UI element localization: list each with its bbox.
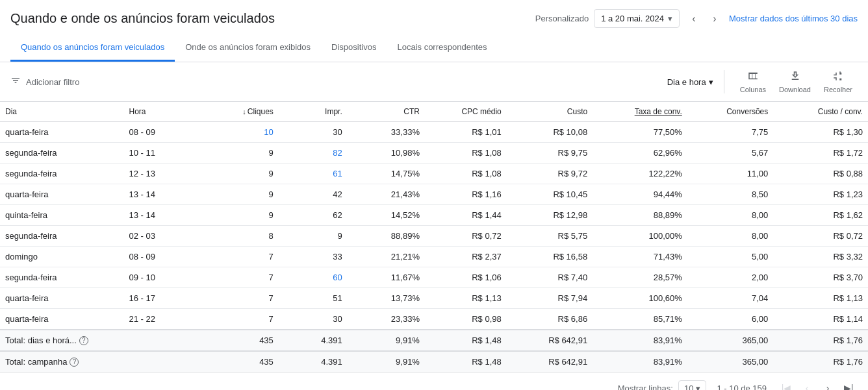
cell-cpc-medio: R$ 1,13	[425, 288, 507, 309]
cell-cpc-medio: R$ 1,44	[425, 205, 507, 226]
date-range-label: 1 a 20 mai. 2024	[601, 14, 664, 23]
tab-locais[interactable]: Locais correspondentes	[387, 34, 497, 62]
prev-page-button[interactable]: ‹	[798, 379, 816, 390]
cell-cpc-medio: R$ 1,16	[425, 184, 507, 205]
dia-hora-button[interactable]: Dia e hora ▾	[667, 77, 713, 87]
tab-onde[interactable]: Onde os anúncios foram exibidos	[175, 34, 321, 62]
cell-ctr: 33,33%	[348, 122, 425, 143]
cell-hora: 02 - 03	[123, 226, 201, 247]
cell-impr: 9	[279, 226, 348, 247]
toolbar-divider	[724, 70, 724, 93]
download-button[interactable]: Download	[774, 67, 816, 96]
cell-impr: 60	[279, 267, 348, 288]
cell-hora: 09 - 10	[123, 267, 201, 288]
date-picker[interactable]: 1 a 20 mai. 2024 ▾	[594, 9, 680, 28]
cell-cpc-medio: R$ 1,06	[425, 267, 507, 288]
mostrar-linhas-section: Mostrar linhas: 10 ▾	[618, 380, 707, 391]
chevron-down-icon: ▾	[668, 14, 672, 23]
tab-dispositivos[interactable]: Dispositivos	[321, 34, 387, 62]
add-filter-label[interactable]: Adicionar filtro	[26, 77, 79, 87]
cell-custo-conv: R$ 0,88	[773, 164, 868, 184]
personalizado-label: Personalizado	[535, 14, 589, 23]
prev-date-button[interactable]: ‹	[685, 10, 703, 28]
col-header-custo[interactable]: Custo	[507, 102, 593, 122]
total-ctr: 9,91%	[348, 351, 425, 372]
total-taxa-conv: 83,91%	[593, 351, 687, 372]
cell-dia: segunda-feira	[0, 267, 123, 288]
cell-hora: 12 - 13	[123, 164, 201, 184]
cell-impr: 30	[279, 122, 348, 143]
cell-conversoes: 8,00	[687, 226, 773, 247]
col-header-cliques[interactable]: ↓Cliques	[201, 102, 279, 122]
col-header-cpc-medio[interactable]: CPC médio	[425, 102, 507, 122]
cell-cpc-medio: R$ 0,72	[425, 226, 507, 247]
col-header-hora: Hora	[123, 102, 201, 122]
cell-conversoes: 5,67	[687, 143, 773, 164]
cell-hora: 10 - 11	[123, 143, 201, 164]
cell-dia: quarta-feira	[0, 309, 123, 330]
total-conversoes: 365,00	[687, 351, 773, 372]
cell-impr: 30	[279, 309, 348, 330]
col-header-impr[interactable]: Impr.	[279, 102, 348, 122]
cell-hora: 08 - 09	[123, 122, 201, 143]
tab-quando[interactable]: Quando os anúncios foram veiculados	[10, 34, 175, 62]
cell-dia: quarta-feira	[0, 122, 123, 143]
help-icon[interactable]: ?	[70, 358, 79, 367]
recolher-button[interactable]: Recolher	[819, 67, 858, 96]
cell-custo: R$ 6,86	[507, 309, 593, 330]
header: Quando e onde os anúncios foram veiculad…	[0, 0, 868, 34]
cell-ctr: 21,43%	[348, 184, 425, 205]
cell-taxa-conv: 94,44%	[593, 184, 687, 205]
cell-custo: R$ 10,08	[507, 122, 593, 143]
cell-ctr: 11,67%	[348, 267, 425, 288]
col-header-conversoes[interactable]: Conversões	[687, 102, 773, 122]
mostrar-linhas-label: Mostrar linhas:	[618, 384, 673, 391]
cell-impr: 42	[279, 184, 348, 205]
total-row: Total: campanha ? 435 4.391 9,91% R$ 1,4…	[0, 351, 868, 372]
col-header-taxa-conv[interactable]: Taxa de conv.	[593, 102, 687, 122]
total-custo-conv: R$ 1,76	[773, 351, 868, 372]
table-footer: Total: dias e horá... ? 435 4.391 9,91% …	[0, 330, 868, 372]
recolher-icon	[832, 70, 844, 84]
cell-taxa-conv: 62,96%	[593, 143, 687, 164]
toolbar-left: Adicionar filtro	[10, 75, 79, 88]
first-page-button[interactable]: |◀	[777, 379, 795, 390]
cell-taxa-conv: 77,50%	[593, 122, 687, 143]
next-page-button[interactable]: ›	[819, 379, 837, 390]
cell-cliques: 9	[201, 184, 279, 205]
colunas-button[interactable]: Colunas	[735, 67, 771, 96]
cell-dia: domingo	[0, 247, 123, 267]
cell-impr: 33	[279, 247, 348, 267]
cell-conversoes: 7,75	[687, 122, 773, 143]
cell-taxa-conv: 100,60%	[593, 288, 687, 309]
colunas-label: Colunas	[740, 86, 766, 93]
cell-cliques: 10	[201, 122, 279, 143]
cell-taxa-conv: 85,71%	[593, 309, 687, 330]
table-row: quinta-feira 13 - 14 9 62 14,52% R$ 1,44…	[0, 205, 868, 226]
help-icon[interactable]: ?	[79, 336, 88, 345]
next-date-button[interactable]: ›	[706, 10, 724, 28]
total-taxa-conv: 83,91%	[593, 330, 687, 351]
col-header-ctr[interactable]: CTR	[348, 102, 425, 122]
table-row: segunda-feira 09 - 10 7 60 11,67% R$ 1,0…	[0, 267, 868, 288]
cell-custo-conv: R$ 3,32	[773, 247, 868, 267]
header-controls: Personalizado 1 a 20 mai. 2024 ▾ ‹ › Mos…	[535, 9, 858, 28]
table-row: quarta-feira 16 - 17 7 51 13,73% R$ 1,13…	[0, 288, 868, 309]
total-row: Total: dias e horá... ? 435 4.391 9,91% …	[0, 330, 868, 351]
cell-ctr: 23,33%	[348, 309, 425, 330]
last-30-days-link[interactable]: Mostrar dados dos últimos 30 dias	[729, 14, 858, 23]
lines-per-page-select[interactable]: 10 ▾	[678, 380, 706, 391]
cell-ctr: 21,21%	[348, 247, 425, 267]
total-ctr: 9,91%	[348, 330, 425, 351]
cell-cliques: 9	[201, 143, 279, 164]
download-label: Download	[779, 86, 811, 93]
col-header-custo-conv[interactable]: Custo / conv.	[773, 102, 868, 122]
table-row: quarta-feira 21 - 22 7 30 23,33% R$ 0,98…	[0, 309, 868, 330]
cell-ctr: 10,98%	[348, 143, 425, 164]
cell-custo: R$ 7,94	[507, 288, 593, 309]
cell-hora: 21 - 22	[123, 309, 201, 330]
last-page-button[interactable]: ▶|	[839, 379, 858, 390]
cell-hora: 13 - 14	[123, 184, 201, 205]
total-hora	[123, 351, 201, 372]
cell-hora: 16 - 17	[123, 288, 201, 309]
